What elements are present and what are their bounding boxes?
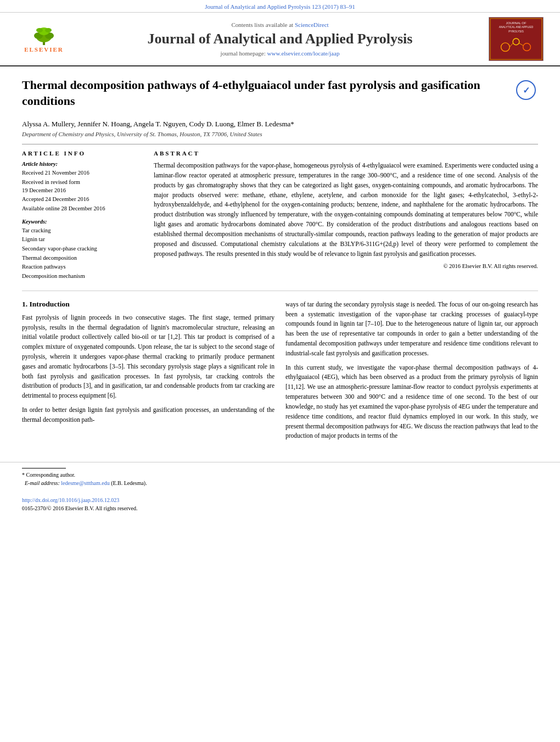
crossmark-badge: ✓ bbox=[516, 80, 538, 102]
keyword-3: Secondary vapor-phase cracking bbox=[22, 245, 143, 253]
abstract-text: Thermal decomposition pathways for the v… bbox=[154, 161, 538, 259]
keyword-1: Tar cracking bbox=[22, 227, 143, 235]
keyword-5: Reaction pathways bbox=[22, 263, 143, 271]
body-section: 1. Introduction Fast pyrolysis of lignin… bbox=[22, 300, 538, 445]
authors-line: Alyssa A. Mullery, Jennifer N. Hoang, An… bbox=[22, 120, 538, 129]
cover-svg: JOURNAL OF ANALYTICAL AND APPLIED PYROLY… bbox=[489, 17, 543, 61]
keywords-label: Keywords: bbox=[22, 219, 143, 225]
article-info-label: ARTICLE INFO bbox=[22, 150, 143, 157]
article-info-col: ARTICLE INFO Article history: Received 2… bbox=[22, 150, 143, 282]
right-para1: ways of tar during the secondary pyrolys… bbox=[285, 300, 538, 359]
contents-available: Contents lists available at ScienceDirec… bbox=[82, 21, 478, 28]
page-wrapper: Journal of Analytical and Applied Pyroly… bbox=[0, 0, 560, 742]
right-para2: In this current study, we investigate th… bbox=[285, 363, 538, 442]
journal-cover-image: JOURNAL OF ANALYTICAL AND APPLIED PYROLY… bbox=[489, 17, 544, 61]
journal-url-link[interactable]: www.elsevier.com/locate/jaap bbox=[267, 50, 340, 57]
issn-line: 0165-2370/© 2016 Elsevier B.V. All right… bbox=[22, 504, 538, 512]
journal-header: ELSEVIER Contents lists available at Sci… bbox=[0, 13, 560, 66]
article-content: Thermal decomposition pathways of 4-ethy… bbox=[0, 66, 560, 456]
article-history-label: Article history: bbox=[22, 161, 143, 167]
affiliation-line: Department of Chemistry and Physics, Uni… bbox=[22, 131, 538, 137]
footer-rule bbox=[22, 468, 66, 468]
history-item-4: Available online 28 December 2016 bbox=[22, 205, 143, 213]
history-item-1: Received 21 November 2016 bbox=[22, 169, 143, 177]
abstract-col: ABSTRACT Thermal decomposition pathways … bbox=[154, 150, 538, 282]
copyright-line: © 2016 Elsevier B.V. All rights reserved… bbox=[154, 263, 538, 269]
history-item-2: Received in revised formReceived in revi… bbox=[22, 178, 143, 194]
history-item-3: Accepted 24 December 2016 bbox=[22, 196, 143, 204]
svg-point-6 bbox=[45, 28, 52, 32]
abstract-label: ABSTRACT bbox=[154, 150, 538, 157]
footnote-star: * bbox=[22, 472, 26, 478]
doi-line: http://dx.doi.org/10.1016/j.jaap.2016.12… bbox=[22, 496, 538, 504]
article-title: Thermal decomposition pathways of 4-ethy… bbox=[22, 77, 511, 109]
intro-heading: 1. Introduction bbox=[22, 300, 275, 309]
body-right-col: ways of tar during the secondary pyrolys… bbox=[285, 300, 538, 445]
svg-point-5 bbox=[36, 28, 43, 32]
keyword-2: Lignin tar bbox=[22, 236, 143, 244]
elsevier-logo-area: ELSEVIER bbox=[11, 24, 77, 54]
footnote-email: E-mail address: ledesme@stttham.edu (E.B… bbox=[22, 479, 538, 487]
svg-text:ANALYTICAL AND APPLIED: ANALYTICAL AND APPLIED bbox=[499, 26, 534, 29]
journal-citation-text: Journal of Analytical and Applied Pyroly… bbox=[205, 3, 355, 10]
journal-homepage: journal homepage: www.elsevier.com/locat… bbox=[82, 50, 478, 57]
email-link[interactable]: ledesme@stttham.edu bbox=[61, 480, 109, 486]
corresponding-label: Corresponding author. bbox=[26, 472, 75, 478]
svg-text:PYROLYSIS: PYROLYSIS bbox=[508, 30, 524, 33]
elsevier-tree-icon bbox=[27, 26, 60, 45]
info-abstract-section: ARTICLE INFO Article history: Received 2… bbox=[22, 144, 538, 282]
journal-citation-bar: Journal of Analytical and Applied Pyroly… bbox=[0, 0, 560, 13]
body-left-col: 1. Introduction Fast pyrolysis of lignin… bbox=[22, 300, 275, 445]
footnote-corresponding: * Corresponding author. bbox=[22, 471, 538, 479]
keyword-6: Decomposition mechanism bbox=[22, 272, 143, 281]
intro-para1: Fast pyrolysis of lignin proceeds in two… bbox=[22, 313, 275, 401]
keyword-4: Thermal decomposition bbox=[22, 254, 143, 263]
article-footer: * Corresponding author. E-mail address: … bbox=[0, 462, 560, 518]
elsevier-logo: ELSEVIER bbox=[14, 24, 74, 54]
keywords-section: Keywords: Tar cracking Lignin tar Second… bbox=[22, 219, 143, 281]
journal-title-area: Contents lists available at ScienceDirec… bbox=[82, 21, 478, 56]
doi-link[interactable]: http://dx.doi.org/10.1016/j.jaap.2016.12… bbox=[22, 497, 119, 503]
svg-text:JOURNAL OF: JOURNAL OF bbox=[506, 21, 527, 25]
intro-para2: In order to better design lignin fast py… bbox=[22, 405, 275, 425]
elsevier-text: ELSEVIER bbox=[24, 46, 64, 53]
sciencedirect-link[interactable]: ScienceDirect bbox=[295, 21, 329, 28]
title-section: Thermal decomposition pathways of 4-ethy… bbox=[22, 77, 538, 114]
section-divider bbox=[22, 291, 538, 291]
crossmark-icon: ✓ bbox=[516, 80, 536, 100]
journal-title: Journal of Analytical and Applied Pyroly… bbox=[82, 30, 478, 47]
journal-cover: JOURNAL OF ANALYTICAL AND APPLIED PYROLY… bbox=[483, 17, 549, 61]
